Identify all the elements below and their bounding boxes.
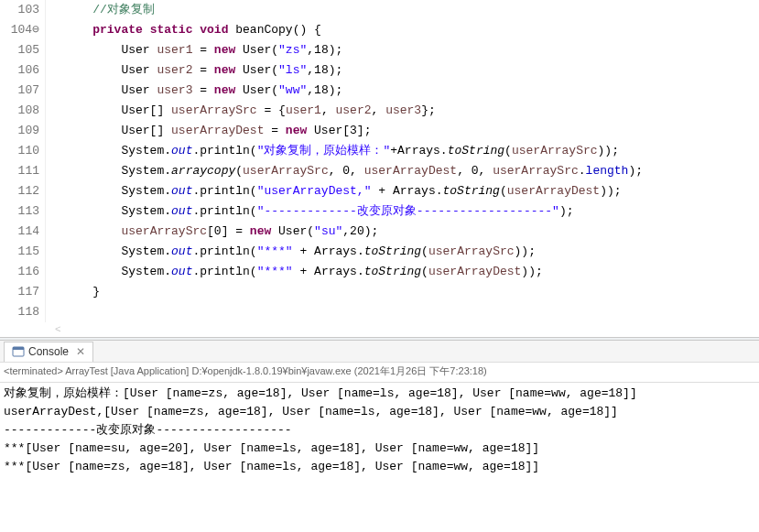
close-icon[interactable]: ✕: [72, 345, 85, 358]
console-line: ***[User [name=zs, age=18], User [name=l…: [4, 458, 755, 476]
code-line[interactable]: System.out.println("-------------改变原对象--…: [64, 201, 759, 222]
code-line[interactable]: User[] userArrayDest = new User[3];: [64, 121, 759, 141]
code-line[interactable]: //对象复制: [64, 0, 759, 20]
code-editor[interactable]: 103104⊖105106107108109110111112113114115…: [0, 0, 759, 322]
console-tab-label: Console: [28, 345, 69, 358]
console-line: ***[User [name=su, age=20], User [name=l…: [4, 440, 755, 458]
line-number: 109: [0, 121, 39, 141]
code-line[interactable]: System.out.println("***" + Arrays.toStri…: [64, 242, 759, 262]
console-tab[interactable]: Console ✕: [4, 342, 93, 362]
code-content[interactable]: //对象复制 private static void beanCopy() { …: [46, 0, 759, 322]
line-number: 117: [0, 282, 39, 302]
code-line[interactable]: System.out.println("对象复制，原始模样："+Arrays.t…: [64, 141, 759, 161]
line-number: 104⊖: [0, 20, 39, 40]
horizontal-scroll-indicator: <: [0, 322, 759, 337]
line-number: 113: [0, 201, 39, 222]
line-number: 108: [0, 101, 39, 121]
line-number: 111: [0, 161, 39, 181]
code-line[interactable]: User user1 = new User("zs",18);: [64, 40, 759, 60]
code-line[interactable]: User[] userArraySrc = {user1, user2, use…: [64, 101, 759, 121]
svg-rect-1: [13, 347, 24, 350]
code-line[interactable]: userArraySrc[0] = new User("su",20);: [64, 222, 759, 242]
line-number: 115: [0, 242, 39, 262]
console-line: 对象复制，原始模样：[User [name=zs, age=18], User …: [4, 385, 755, 403]
code-line[interactable]: System.arraycopy(userArraySrc, 0, userAr…: [64, 161, 759, 181]
console-header: Console ✕: [0, 341, 759, 363]
code-line[interactable]: [64, 302, 759, 322]
console-line: userArrayDest,[User [name=zs, age=18], U…: [4, 403, 755, 421]
console-icon: [12, 345, 25, 358]
code-line[interactable]: User user2 = new User("ls",18);: [64, 60, 759, 81]
line-number: 103: [0, 0, 39, 20]
line-number: 112: [0, 181, 39, 201]
code-line[interactable]: User user3 = new User("ww",18);: [64, 81, 759, 101]
line-number: 106: [0, 60, 39, 81]
line-number-gutter: 103104⊖105106107108109110111112113114115…: [0, 0, 46, 322]
console-line: -------------改变原对象-------------------: [4, 421, 755, 440]
line-number: 110: [0, 141, 39, 161]
line-number: 107: [0, 81, 39, 101]
line-number: 114: [0, 222, 39, 242]
line-number: 105: [0, 40, 39, 60]
console-output[interactable]: 对象复制，原始模样：[User [name=zs, age=18], User …: [0, 383, 759, 478]
code-line[interactable]: System.out.println("***" + Arrays.toStri…: [64, 262, 759, 282]
code-line[interactable]: private static void beanCopy() {: [64, 20, 759, 40]
code-line[interactable]: System.out.println("userArrayDest," + Ar…: [64, 181, 759, 201]
code-line[interactable]: }: [64, 282, 759, 302]
line-number: 116: [0, 262, 39, 282]
line-number: 118: [0, 302, 39, 322]
terminated-status: <terminated> ArrayTest [Java Application…: [0, 363, 759, 383]
